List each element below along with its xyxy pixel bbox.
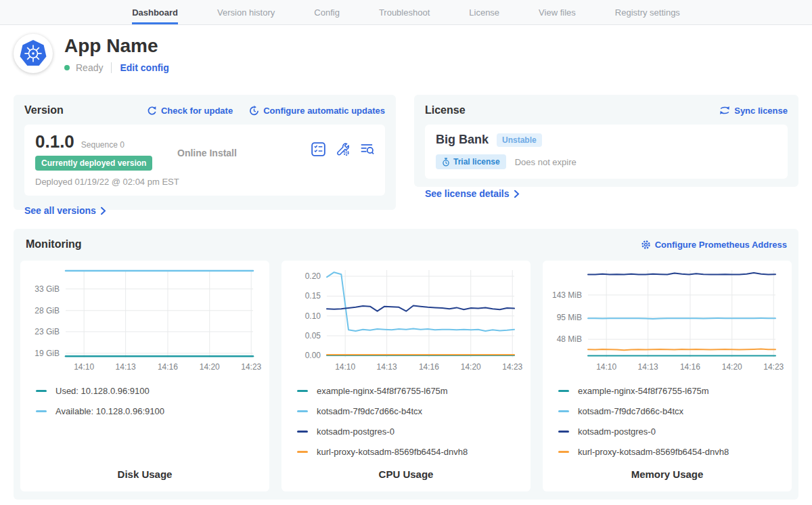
legend-label: example-nginx-54f8f76755-l675m	[317, 386, 448, 396]
version-card-title: Version	[24, 104, 64, 116]
version-number: 0.1.0	[35, 131, 74, 152]
legend-item: kotsadm-postgres-0	[297, 426, 531, 437]
svg-text:28 GiB: 28 GiB	[35, 306, 60, 315]
tab-config[interactable]: Config	[314, 0, 340, 24]
legend-item: kurl-proxy-kotsadm-8569fb6454-dnvh8	[558, 447, 792, 457]
chart-legend: Used: 10.128.0.96:9100Available: 10.128.…	[36, 386, 269, 416]
svg-text:0.20: 0.20	[305, 271, 321, 281]
current-version-panel: 0.1.0 Sequence 0 Currently deployed vers…	[24, 125, 385, 196]
legend-item: example-nginx-54f8f76755-l675m	[558, 386, 792, 396]
customer-name: Big Bank	[436, 133, 489, 147]
legend-label: kotsadm-7f9dc7d66c-b4tcx	[578, 406, 683, 416]
svg-text:0.05: 0.05	[305, 331, 321, 341]
legend-label: kurl-proxy-kotsadm-8569fb6454-dnvh8	[317, 447, 468, 457]
svg-text:14:23: 14:23	[502, 362, 522, 372]
legend-label: kotsadm-postgres-0	[578, 426, 656, 437]
stopwatch-icon	[442, 158, 450, 167]
svg-text:23 GiB: 23 GiB	[35, 327, 60, 336]
legend-label: Available: 10.128.0.96:9100	[55, 406, 164, 416]
sequence-label: Sequence 0	[81, 140, 125, 150]
legend-color-dash	[297, 410, 308, 412]
preflight-checks-button[interactable]	[311, 142, 325, 156]
app-header: App Name Ready Edit config	[14, 34, 169, 73]
kubernetes-icon	[19, 39, 47, 68]
configure-automatic-updates-button[interactable]: Configure automatic updates	[249, 106, 385, 116]
legend-color-dash	[297, 451, 308, 453]
cpu-usage-chart: 0.200.150.100.050.0014:1014:1314:1614:20…	[281, 267, 531, 376]
tab-view-files[interactable]: View files	[539, 0, 576, 24]
svg-text:14:23: 14:23	[763, 362, 784, 372]
check-for-update-button[interactable]: Check for update	[147, 106, 233, 116]
svg-text:19 GiB: 19 GiB	[35, 349, 60, 358]
top-nav: DashboardVersion historyConfigTroublesho…	[0, 0, 812, 25]
status-text: Ready	[76, 62, 103, 73]
configure-prometheus-link[interactable]: Configure Prometheus Address	[641, 240, 787, 250]
tab-troubleshoot[interactable]: Troubleshoot	[379, 0, 430, 24]
schedule-update-icon	[249, 106, 259, 116]
wrench-gear-icon	[336, 142, 350, 156]
chart-title: Memory Usage	[543, 468, 792, 480]
svg-text:14:16: 14:16	[680, 362, 700, 372]
svg-text:14:10: 14:10	[335, 362, 355, 372]
svg-text:14:13: 14:13	[638, 362, 658, 372]
see-license-details-link[interactable]: See license details	[425, 188, 520, 199]
license-details-panel: Big Bank Unstable Trial license Does not…	[425, 125, 788, 179]
config-tools-button[interactable]	[336, 142, 350, 156]
legend-item: Used: 10.128.0.96:9100	[36, 386, 269, 396]
log-search-icon	[360, 142, 374, 156]
legend-color-dash	[558, 390, 569, 392]
svg-text:0.10: 0.10	[305, 311, 321, 321]
app-logo	[14, 34, 53, 73]
tab-version-history[interactable]: Version history	[217, 0, 275, 24]
chevron-right-icon	[100, 206, 106, 215]
status-dot	[64, 65, 70, 70]
svg-text:14:13: 14:13	[377, 362, 397, 372]
charts-row: 33 GiB28 GiB23 GiB19 GiB14:1014:1314:161…	[20, 261, 792, 491]
legend-color-dash	[558, 410, 569, 412]
legend-label: kurl-proxy-kotsadm-8569fb6454-dnvh8	[578, 447, 729, 457]
tab-license[interactable]: License	[469, 0, 499, 24]
legend-color-dash	[297, 390, 308, 392]
chevron-right-icon	[514, 190, 520, 198]
legend-item: example-nginx-54f8f76755-l675m	[297, 386, 531, 396]
svg-text:14:16: 14:16	[419, 362, 439, 372]
legend-label: kotsadm-7f9dc7d66c-b4tcx	[317, 406, 422, 416]
page-title: App Name	[64, 35, 169, 57]
legend-color-dash	[558, 451, 569, 453]
legend-label: Used: 10.128.0.96:9100	[55, 386, 150, 396]
legend-item: kotsadm-7f9dc7d66c-b4tcx	[558, 406, 792, 416]
legend-color-dash	[558, 431, 569, 433]
svg-text:14:16: 14:16	[158, 362, 178, 372]
license-type-badge: Trial license	[436, 154, 506, 169]
deployed-badge: Currently deployed version	[35, 156, 152, 171]
license-card-title: License	[425, 104, 466, 116]
chart-title: Disk Usage	[20, 468, 269, 480]
chart-legend: example-nginx-54f8f76755-l675mkotsadm-7f…	[558, 386, 792, 457]
legend-item: Available: 10.128.0.96:9100	[36, 406, 269, 416]
view-logs-button[interactable]	[360, 142, 374, 156]
gear-icon	[641, 240, 651, 250]
tab-registry-settings[interactable]: Registry settings	[615, 0, 680, 24]
svg-text:14:10: 14:10	[596, 362, 616, 372]
chart-card: 0.200.150.100.050.0014:1014:1314:1614:20…	[281, 261, 531, 491]
see-all-versions-link[interactable]: See all versions	[24, 205, 106, 216]
legend-color-dash	[36, 410, 47, 412]
legend-label: kotsadm-postgres-0	[317, 426, 394, 437]
legend-color-dash	[36, 390, 47, 392]
legend-label: example-nginx-54f8f76755-l675m	[578, 386, 709, 396]
legend-color-dash	[297, 431, 308, 433]
checklist-icon	[311, 142, 325, 156]
memory-usage-chart: 143 MiB95 MiB48 MiB14:1014:1314:1614:201…	[543, 267, 792, 376]
chart-title: CPU Usage	[281, 468, 531, 480]
tab-dashboard[interactable]: Dashboard	[132, 0, 178, 24]
svg-text:14:20: 14:20	[200, 362, 220, 372]
sync-license-button[interactable]: Sync license	[719, 106, 788, 116]
svg-text:14:20: 14:20	[722, 362, 742, 372]
divider	[111, 62, 112, 73]
chart-card: 33 GiB28 GiB23 GiB19 GiB14:1014:1314:161…	[20, 261, 269, 491]
disk-usage-chart: 33 GiB28 GiB23 GiB19 GiB14:1014:1314:161…	[20, 267, 269, 376]
edit-config-link[interactable]: Edit config	[120, 62, 168, 73]
channel-badge: Unstable	[497, 133, 542, 147]
monitoring-section: Monitoring Configure Prometheus Address …	[14, 229, 798, 500]
legend-item: kotsadm-postgres-0	[558, 426, 792, 437]
